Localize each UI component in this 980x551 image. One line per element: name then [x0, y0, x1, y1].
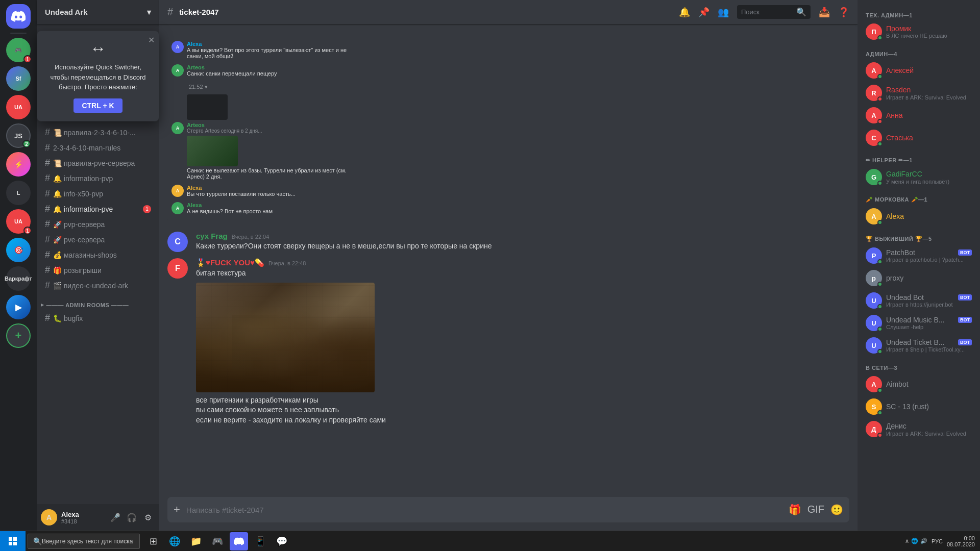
- chat-header: # ticket-2047 🔔 📌 👥 🔍 📥 ❓: [159, 0, 857, 24]
- message-author-1[interactable]: cyx Frag: [196, 232, 228, 240]
- message-avatar-2: F: [167, 258, 188, 279]
- taskbar-search[interactable]: 🔍 Введите здесь текст для поиска: [28, 534, 140, 549]
- member-item-rasden[interactable]: R Rasden Играет в ARK: Survival Evolved: [862, 82, 976, 104]
- member-item-anna[interactable]: А Анна: [862, 104, 976, 127]
- channel-item-info-x50[interactable]: # 🔔 info-x50-pvp: [41, 186, 155, 201]
- channel-item-giveaway[interactable]: # 🎁 розыгрыши: [41, 263, 155, 278]
- search-input[interactable]: [741, 8, 793, 16]
- member-item-sc13[interactable]: S SC - 13 (rust): [862, 395, 976, 418]
- channel-item-pvp-servers[interactable]: # 🚀 pvp-сервера: [41, 217, 155, 232]
- server-icon-3[interactable]: JS 2: [6, 123, 31, 148]
- clock-time: 0:00: [947, 535, 975, 541]
- taskbar-chrome-icon[interactable]: 🌐: [165, 532, 184, 550]
- gift-icon[interactable]: 🎁: [789, 504, 801, 516]
- start-button[interactable]: [0, 531, 26, 552]
- quick-switcher-icon: ↔: [45, 39, 151, 58]
- taskbar-clock: 0:00 08.07.2020: [947, 535, 975, 547]
- user-area: A Alexa #3418 🎤 🎧 ⚙: [37, 504, 159, 531]
- taskbar-folder-icon[interactable]: 📁: [187, 532, 205, 550]
- message-avatar-1: C: [167, 232, 188, 252]
- help-icon[interactable]: ❓: [838, 7, 849, 18]
- message-author-2[interactable]: 🎖️♥FUCK YOU♥💊: [196, 258, 264, 267]
- member-item-alexa[interactable]: A Alexa: [862, 205, 976, 228]
- tray-expand-icon[interactable]: ∧: [905, 538, 909, 544]
- user-info: Alexa #3418: [61, 511, 104, 524]
- user-controls: 🎤 🎧 ⚙: [108, 510, 155, 524]
- channel-item-rules-2-3[interactable]: # 📜 правила-2-3-4-6-10-...: [41, 125, 155, 140]
- settings-button[interactable]: ⚙: [141, 510, 155, 524]
- server-header[interactable]: Undead Ark ▾: [37, 0, 159, 24]
- channel-item-info-pve[interactable]: # 🔔 information-pve 1: [41, 202, 155, 216]
- channel-item-video[interactable]: # 🎬 видео-с-undead-ark: [41, 278, 155, 293]
- taskbar-discord-icon[interactable]: [230, 532, 248, 550]
- member-item-undead-bot[interactable]: U Undead Bot BOT Играет в https://junipe…: [862, 289, 976, 312]
- member-item-undead-ticket-bot[interactable]: U Undead Ticket B... BOT Играет в $help …: [862, 334, 976, 357]
- section-header-tech-admin: ТЕХ. АДМИН—1: [862, 8, 976, 20]
- member-avatar: П: [866, 23, 882, 40]
- message-input[interactable]: [186, 499, 782, 520]
- online-status: [877, 349, 883, 354]
- server-icon-8[interactable]: Варкрафт: [6, 266, 31, 291]
- emoji-icon[interactable]: 🙂: [830, 504, 843, 516]
- member-item-undead-music-bot[interactable]: U Undead Music B... BOT Слушает -help: [862, 312, 976, 334]
- discord-home-button[interactable]: [6, 4, 31, 29]
- search-bar[interactable]: 🔍: [737, 5, 811, 19]
- section-header-helper: ✏ HELPER ✏—1: [862, 153, 976, 166]
- member-item-patchbot[interactable]: P PatchBot BOT Играет в patchbot.io | ?p…: [862, 244, 976, 267]
- message-attachment: [196, 283, 849, 392]
- server-icon-5[interactable]: L: [6, 181, 31, 205]
- channel-item-shops[interactable]: # 💰 магазины-shops: [41, 247, 155, 262]
- user-discriminator: #3418: [61, 518, 104, 524]
- channel-item-bugfix[interactable]: # 🐛 bugfix: [41, 311, 155, 325]
- member-item-aimbot[interactable]: A Aimbot: [862, 373, 976, 395]
- quick-switcher-shortcut[interactable]: CTRL + K: [74, 98, 122, 113]
- chat-messages: A Alexa А вы видели? Вот про этого турре…: [159, 24, 857, 489]
- member-avatar: А: [866, 107, 882, 123]
- taskbar-gamepad-icon[interactable]: 🎮: [208, 532, 227, 550]
- member-item-denis[interactable]: Д Денис Играет в ARK: Survival Evolved: [862, 418, 976, 440]
- deafen-button[interactable]: 🎧: [125, 510, 139, 524]
- member-avatar: А: [866, 62, 882, 79]
- taskbar-task-view[interactable]: ⊞: [144, 532, 162, 550]
- channel-item-pve-rules[interactable]: # 📜 правила-pve-сервера: [41, 156, 155, 170]
- message-text-1: Какие туррели?Они стоят сверху пещеры а …: [196, 241, 849, 252]
- server-icon-1[interactable]: 1 🎮: [6, 38, 31, 62]
- taskbar-skype-icon[interactable]: 💬: [273, 532, 291, 550]
- channel-item-info-pvp[interactable]: # 🔔 information-pvp: [41, 171, 155, 186]
- server-icon-2[interactable]: Sf: [6, 66, 31, 91]
- member-name: PatchBot: [886, 248, 956, 257]
- member-info: Промик В ЛС ничего НЕ решаю: [886, 24, 972, 39]
- server-icon-4[interactable]: ⚡: [6, 152, 31, 177]
- server-icon-undead[interactable]: UA: [6, 95, 31, 119]
- pin-icon[interactable]: 📌: [698, 7, 709, 18]
- member-item-proxy[interactable]: p proxy: [862, 267, 976, 289]
- member-item-staska[interactable]: С Стаська: [862, 127, 976, 149]
- members-icon[interactable]: 👥: [718, 7, 729, 18]
- gif-icon[interactable]: GIF: [807, 504, 824, 516]
- member-name: Rasden: [886, 86, 911, 94]
- channel-hash-icon: #: [45, 173, 50, 184]
- member-avatar: R: [866, 85, 882, 101]
- attachment-button[interactable]: +: [174, 497, 180, 522]
- member-item-alexey[interactable]: А Алексей: [862, 59, 976, 82]
- channel-item-pve-servers[interactable]: # 🚀 pve-сервера: [41, 232, 155, 247]
- server-icon-7[interactable]: 🎯: [6, 238, 31, 262]
- bell-icon[interactable]: 🔔: [679, 7, 690, 18]
- server-icon-6[interactable]: UA 1: [6, 209, 31, 234]
- bot-badge: BOT: [958, 294, 972, 300]
- server-icon-9[interactable]: ▶: [6, 295, 31, 319]
- close-quick-switcher-button[interactable]: ✕: [148, 35, 155, 45]
- tray-network-icon[interactable]: 🌐: [911, 538, 918, 544]
- taskbar-viber-icon[interactable]: 📱: [251, 532, 270, 550]
- channel-item-rules-en[interactable]: # 2-3-4-6-10-man-rules: [41, 140, 155, 155]
- dnd-status: [877, 119, 883, 124]
- section-header-survivor: 🏆 ВЫЖИВШИЙ 🏆—5: [862, 232, 976, 244]
- member-item-gadifarcc[interactable]: G GadiFarCC У меня и гига поплывёт): [862, 166, 976, 188]
- add-server-button[interactable]: +: [6, 323, 31, 348]
- tray-volume-icon[interactable]: 🔊: [920, 538, 927, 544]
- inbox-icon[interactable]: 📥: [819, 7, 830, 18]
- online-status: [877, 141, 883, 146]
- chat-area: # ticket-2047 🔔 📌 👥 🔍 📥 ❓: [159, 0, 857, 531]
- mute-button[interactable]: 🎤: [108, 510, 122, 524]
- member-item-promik[interactable]: П Промик В ЛС ничего НЕ решаю: [862, 20, 976, 43]
